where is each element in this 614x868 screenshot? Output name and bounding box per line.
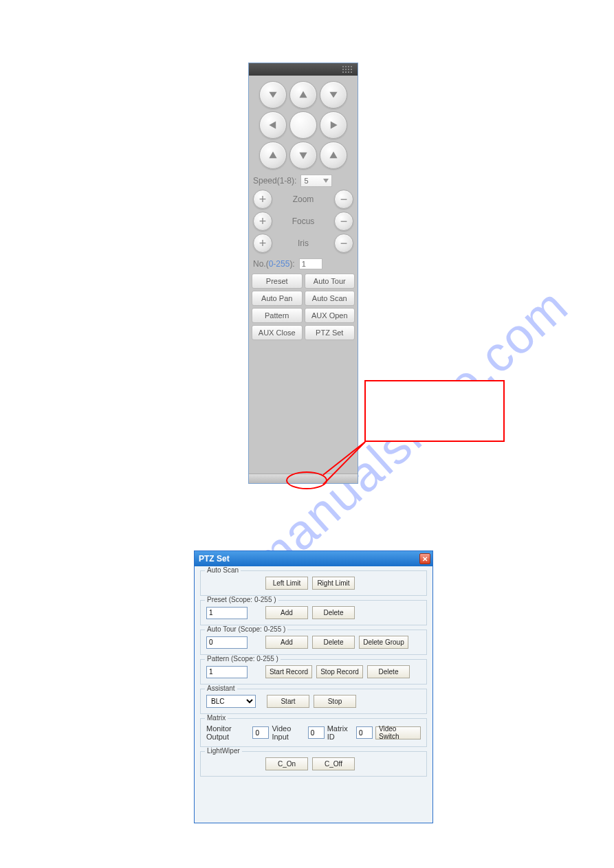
pattern-delete-button[interactable]: Delete — [367, 665, 410, 678]
assistant-select[interactable]: BLC — [206, 695, 256, 708]
matrix-legend: Matrix — [205, 714, 228, 722]
callout-line — [286, 380, 506, 490]
ptz-set-dialog: PTZ Set ✕ Auto Scan Left Limit Right Lim… — [194, 550, 433, 823]
monitor-output-label: Monitor Output — [206, 724, 250, 741]
ptz-up-left-button[interactable] — [259, 81, 287, 109]
auto-pan-button[interactable]: Auto Pan — [252, 291, 303, 306]
light-wiper-legend: LightWiper — [205, 747, 242, 755]
zoom-label: Zoom — [272, 194, 334, 204]
dialog-title: PTZ Set — [199, 554, 230, 564]
focus-minus-button[interactable]: − — [334, 212, 353, 231]
ptz-up-right-button[interactable] — [320, 81, 347, 109]
matrix-group: Matrix Monitor Output Video Input Matrix… — [200, 718, 427, 747]
pattern-group: Pattern (Scope: 0-255 ) Start Record Sto… — [200, 659, 427, 685]
iris-label: Iris — [272, 238, 334, 248]
aux-open-button[interactable]: AUX Open — [305, 308, 355, 323]
no-range: 0-255 — [269, 259, 290, 269]
speed-select[interactable]: 5 — [300, 175, 332, 187]
assistant-group: Assistant BLC Start Stop — [200, 689, 427, 714]
matrix-id-label: Matrix ID — [327, 724, 353, 741]
dialog-titlebar[interactable]: PTZ Set ✕ — [195, 551, 432, 566]
iris-minus-button[interactable]: − — [334, 234, 353, 253]
grip-icon — [342, 66, 352, 73]
svg-line-0 — [323, 442, 365, 475]
auto-tour-legend: Auto Tour (Scope: 0-255 ) — [205, 625, 287, 633]
no-label-suffix: ): — [289, 259, 294, 269]
matrix-id-input[interactable] — [356, 726, 373, 739]
monitor-output-input[interactable] — [252, 726, 269, 739]
ptz-set-button[interactable]: PTZ Set — [305, 325, 355, 340]
preset-group: Preset (Scope: 0-255 ) Add Delete — [200, 600, 427, 625]
pattern-legend: Pattern (Scope: 0-255 ) — [205, 655, 281, 663]
left-limit-button[interactable]: Left Limit — [265, 577, 308, 590]
assistant-stop-button[interactable]: Stop — [314, 695, 356, 708]
preset-delete-button[interactable]: Delete — [312, 606, 355, 619]
focus-plus-button[interactable]: + — [253, 212, 272, 231]
pattern-start-record-button[interactable]: Start Record — [265, 665, 312, 678]
panel-titlebar[interactable] — [249, 63, 358, 76]
focus-label: Focus — [272, 216, 334, 226]
auto-tour-group: Auto Tour (Scope: 0-255 ) Add Delete Del… — [200, 630, 427, 655]
pattern-input[interactable] — [206, 666, 248, 678]
ptz-down-right-button[interactable] — [320, 142, 347, 169]
chevron-down-icon — [323, 179, 329, 183]
preset-input[interactable] — [206, 607, 248, 619]
pattern-button[interactable]: Pattern — [252, 308, 303, 323]
pattern-stop-record-button[interactable]: Stop Record — [316, 665, 363, 678]
assistant-legend: Assistant — [205, 685, 237, 692]
ptz-left-button[interactable] — [259, 111, 287, 139]
video-input-label: Video Input — [272, 724, 305, 741]
ptz-down-left-button[interactable] — [259, 142, 287, 169]
preset-add-button[interactable]: Add — [265, 606, 308, 619]
no-label-prefix: No.( — [253, 259, 269, 269]
ptz-up-button[interactable] — [289, 81, 317, 109]
auto-scan-button[interactable]: Auto Scan — [305, 291, 355, 306]
auto-tour-add-button[interactable]: Add — [265, 636, 308, 649]
auto-tour-delete-group-button[interactable]: Delete Group — [359, 636, 408, 649]
close-icon: ✕ — [422, 555, 428, 563]
ptz-right-button[interactable] — [320, 111, 347, 139]
ptz-center-button[interactable] — [289, 111, 317, 139]
light-off-button[interactable]: C_Off — [312, 757, 355, 770]
speed-label: Speed(1-8): — [253, 176, 296, 186]
svg-line-1 — [323, 442, 365, 485]
direction-pad — [259, 81, 348, 169]
auto-scan-group: Auto Scan Left Limit Right Limit — [200, 570, 427, 596]
speed-value: 5 — [304, 177, 308, 185]
assistant-start-button[interactable]: Start — [267, 695, 309, 708]
video-input-input[interactable] — [308, 726, 325, 739]
right-limit-button[interactable]: Right Limit — [312, 577, 355, 590]
preset-button[interactable]: Preset — [252, 274, 303, 289]
light-on-button[interactable]: C_On — [265, 757, 308, 770]
auto-scan-legend: Auto Scan — [205, 566, 241, 574]
aux-close-button[interactable]: AUX Close — [252, 325, 303, 340]
no-input[interactable] — [299, 258, 322, 269]
auto-tour-input[interactable] — [206, 636, 248, 649]
close-button[interactable]: ✕ — [419, 553, 430, 564]
ptz-down-button[interactable] — [289, 142, 317, 169]
preset-legend: Preset (Scope: 0-255 ) — [205, 596, 278, 603]
auto-tour-button[interactable]: Auto Tour — [305, 274, 355, 289]
video-switch-button[interactable]: Video Switch — [375, 726, 421, 739]
zoom-plus-button[interactable]: + — [253, 190, 272, 209]
light-wiper-group: LightWiper C_On C_Off — [200, 751, 427, 777]
zoom-minus-button[interactable]: − — [334, 190, 353, 209]
auto-tour-delete-button[interactable]: Delete — [312, 636, 355, 649]
iris-plus-button[interactable]: + — [253, 234, 272, 253]
